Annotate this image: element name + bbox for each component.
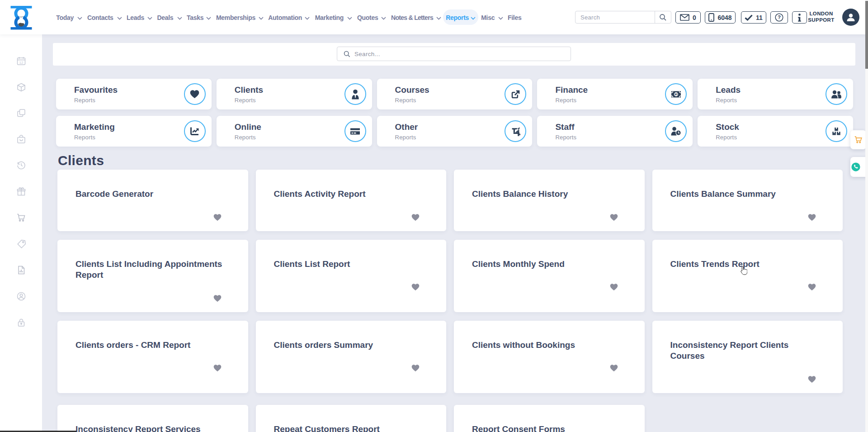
svg-text:?: ? xyxy=(778,14,781,20)
svg-text:1: 1 xyxy=(675,92,677,96)
svg-text:12: 12 xyxy=(19,61,24,65)
